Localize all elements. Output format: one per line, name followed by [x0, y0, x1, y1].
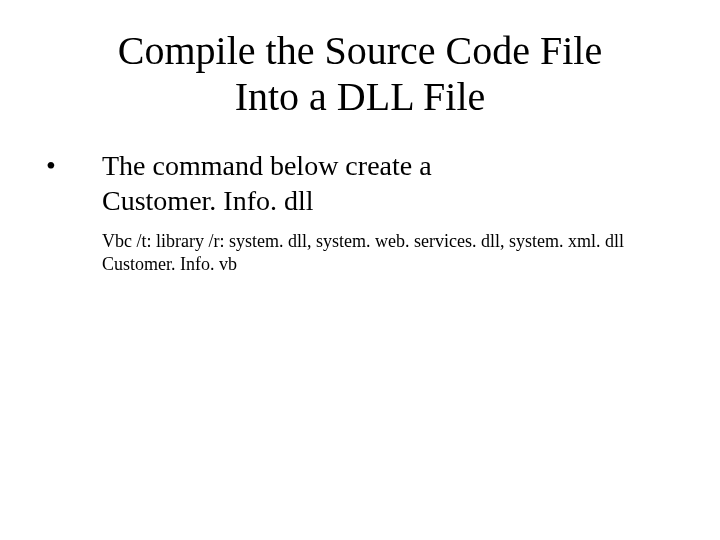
bullet-marker: •: [40, 148, 102, 183]
lead-line-2: Customer. Info. dll: [102, 185, 314, 216]
title-line-2: Into a DLL File: [235, 74, 486, 119]
cmd-line-1: Vbc /t: library /r: system. dll, system.…: [102, 231, 624, 251]
lead-line-1: The command below create a: [102, 150, 432, 181]
cmd-line-2: Customer. Info. vb: [102, 254, 237, 274]
title-line-1: Compile the Source Code File: [118, 28, 602, 73]
slide-title: Compile the Source Code File Into a DLL …: [40, 28, 680, 120]
bullet-block: • The command below create a Customer. I…: [40, 148, 680, 277]
bullet-body: The command below create a Customer. Inf…: [102, 148, 680, 277]
command-text: Vbc /t: library /r: system. dll, system.…: [102, 230, 680, 277]
bullet-lead: The command below create a Customer. Inf…: [102, 148, 680, 218]
slide: Compile the Source Code File Into a DLL …: [0, 0, 720, 540]
